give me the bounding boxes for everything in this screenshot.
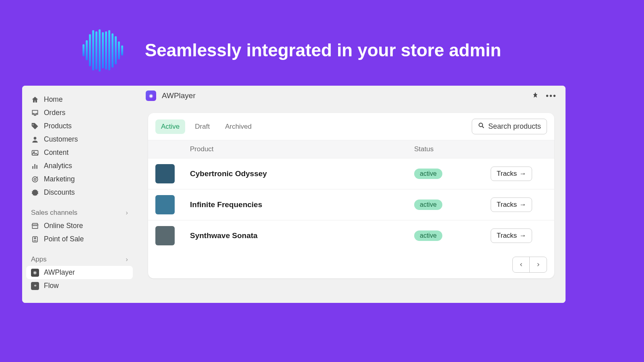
tracks-button[interactable]: Tracks → (491, 197, 532, 212)
sidebar-item-label: Content (44, 148, 68, 157)
tabs-row: Active Draft Archived Search products (148, 113, 554, 140)
svg-point-9 (34, 237, 35, 239)
sidebar-item-flow[interactable]: ⚭ Flow (22, 279, 137, 292)
pager-next[interactable] (530, 257, 547, 272)
pin-icon[interactable] (532, 92, 539, 100)
pager-prev[interactable] (513, 257, 530, 272)
app-bar: ◉ AWPlayer ••• (137, 86, 566, 106)
image-icon (31, 149, 39, 157)
apps-header[interactable]: Apps › (22, 253, 137, 266)
sidebar-item-point-of-sale[interactable]: Point of Sale (22, 232, 137, 246)
hero-title: Seamlessly integrated in your store admi… (145, 39, 501, 62)
arrow-right-icon: → (519, 201, 526, 209)
arrow-right-icon: → (519, 170, 526, 178)
svg-point-7 (34, 178, 36, 180)
product-thumb (155, 195, 175, 214)
app-bar-icon: ◉ (146, 90, 156, 101)
search-label: Search products (488, 122, 541, 131)
tab-draft[interactable]: Draft (189, 119, 215, 134)
col-status-header: Status (414, 145, 491, 153)
sidebar-item-products[interactable]: Products (22, 119, 137, 133)
flow-app-icon: ⚭ (31, 282, 39, 290)
sidebar-item-label: Customers (44, 135, 78, 144)
sidebar-item-label: Online Store (44, 222, 83, 230)
main-content: ◉ AWPlayer ••• Active Draft Archived Sea… (137, 86, 566, 303)
status-badge: active (414, 169, 442, 179)
sidebar-item-home[interactable]: Home (22, 93, 137, 106)
sidebar-item-marketing[interactable]: Marketing (22, 173, 137, 186)
sidebar-item-online-store[interactable]: Online Store (22, 219, 137, 232)
sidebar: Home Orders Products Customers Content A… (22, 86, 137, 303)
sidebar-item-label: AWPlayer (44, 268, 75, 277)
chevron-right-icon: › (126, 209, 128, 217)
pagination (148, 251, 554, 278)
sidebar-item-discounts[interactable]: Discounts (22, 186, 137, 199)
tag-icon (31, 122, 39, 130)
tracks-button[interactable]: Tracks → (491, 167, 532, 181)
svg-rect-3 (32, 166, 33, 169)
app-bar-title: AWPlayer (162, 91, 196, 100)
product-name[interactable]: Infinite Frequencies (190, 200, 414, 209)
awplayer-app-icon: ◉ (31, 269, 39, 277)
sidebar-item-label: Products (44, 122, 72, 130)
sidebar-item-label: Discounts (44, 188, 75, 197)
tab-archived[interactable]: Archived (219, 119, 257, 134)
sidebar-item-content[interactable]: Content (22, 146, 137, 159)
sidebar-item-label: Analytics (44, 162, 72, 170)
svg-point-10 (479, 123, 483, 127)
search-products[interactable]: Search products (472, 119, 547, 134)
chevron-right-icon: › (126, 255, 128, 263)
pos-icon (31, 235, 39, 243)
table-row: Synthwave Sonata active Tracks → (148, 220, 554, 251)
product-thumb (155, 226, 175, 245)
svg-point-0 (34, 137, 37, 140)
sidebar-item-label: Orders (44, 109, 65, 117)
person-icon (31, 136, 39, 144)
svg-rect-4 (34, 164, 35, 169)
svg-rect-5 (36, 165, 37, 169)
tab-active[interactable]: Active (155, 119, 185, 134)
table-row: Cybertronic Odyssey active Tracks → (148, 158, 554, 189)
store-icon (31, 222, 39, 230)
sidebar-item-awplayer[interactable]: ◉ AWPlayer (26, 266, 133, 279)
status-badge: active (414, 230, 442, 241)
status-badge: active (414, 200, 442, 210)
table-header: Product Status (148, 140, 554, 158)
home-icon (31, 96, 39, 104)
inbox-icon (31, 109, 39, 117)
hero-logo (80, 28, 125, 72)
sidebar-item-label: Flow (44, 282, 59, 290)
search-icon (478, 122, 485, 131)
more-icon[interactable]: ••• (546, 91, 557, 101)
admin-window: Home Orders Products Customers Content A… (22, 86, 566, 303)
sidebar-item-customers[interactable]: Customers (22, 133, 137, 146)
products-card: Active Draft Archived Search products Pr… (148, 113, 554, 278)
arrow-right-icon: → (519, 232, 526, 240)
product-name[interactable]: Synthwave Sonata (190, 231, 414, 240)
tracks-button[interactable]: Tracks → (491, 228, 532, 243)
badge-icon (31, 189, 39, 197)
sidebar-item-label: Marketing (44, 175, 75, 183)
table-row: Infinite Frequencies active Tracks → (148, 189, 554, 220)
product-thumb (155, 164, 175, 183)
target-icon (31, 175, 39, 183)
col-product-header: Product (190, 145, 414, 153)
sidebar-item-analytics[interactable]: Analytics (22, 159, 137, 173)
sidebar-item-label: Home (44, 95, 63, 104)
bars-icon (31, 162, 39, 170)
sidebar-item-orders[interactable]: Orders (22, 106, 137, 119)
hero: Seamlessly integrated in your store admi… (80, 28, 501, 72)
product-name[interactable]: Cybertronic Odyssey (190, 169, 414, 178)
sales-channels-header[interactable]: Sales channels › (22, 206, 137, 219)
sidebar-item-label: Point of Sale (44, 235, 84, 243)
